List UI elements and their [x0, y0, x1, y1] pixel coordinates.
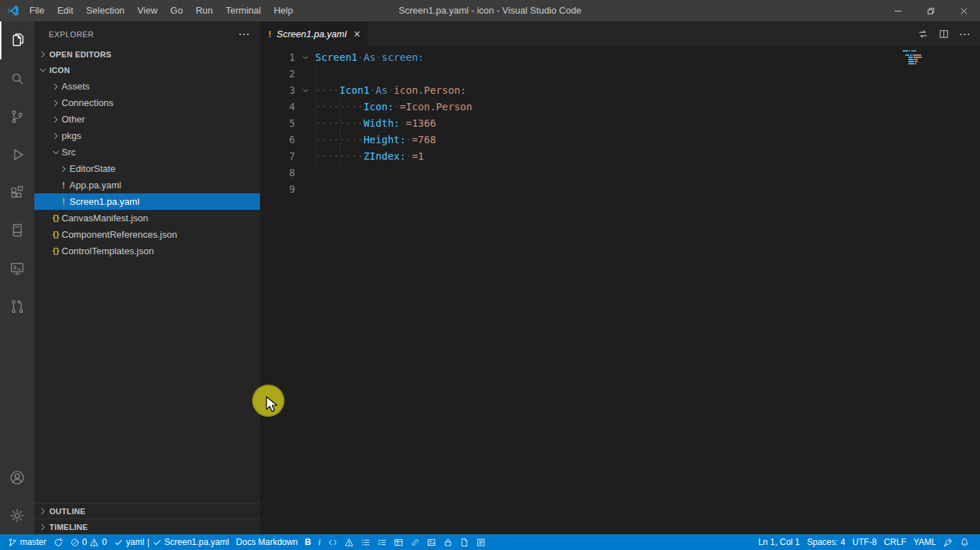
status-lint-status[interactable]: yaml|Screen1.pa.yaml	[110, 534, 233, 550]
status-feedback[interactable]	[940, 534, 956, 550]
restore-button[interactable]	[914, 0, 947, 21]
status-italic[interactable]: i	[314, 534, 324, 550]
fold-chevron-icon[interactable]	[295, 54, 315, 62]
menu-run[interactable]: Run	[189, 0, 219, 21]
status-cursor-position-text: Ln 1, Col 1	[758, 537, 799, 547]
activity-bar-bottom	[0, 458, 34, 534]
explorer-more-actions-icon[interactable]: ⋯	[239, 31, 250, 38]
explorer-icon	[9, 32, 26, 49]
outline-section[interactable]: OUTLINE	[34, 503, 260, 518]
code-line-9[interactable]: 9	[260, 181, 980, 198]
menu-selection[interactable]: Selection	[80, 0, 130, 21]
close-button[interactable]	[947, 0, 980, 21]
activity-source-control[interactable]	[0, 97, 34, 135]
tree-item-connections[interactable]: Connections	[34, 95, 260, 111]
activity-accounts[interactable]	[0, 458, 34, 496]
status-end-of-line[interactable]: CRLF	[880, 534, 910, 550]
tree-item-controltemplates-json[interactable]: {}ControlTemplates.json	[34, 243, 260, 259]
status-bulleted-list[interactable]	[357, 534, 374, 550]
tree-item-assets[interactable]: Assets	[34, 78, 260, 95]
menu-edit[interactable]: Edit	[51, 0, 80, 21]
status-git-branch[interactable]: master	[4, 534, 50, 550]
tree-item-app-pa-yaml[interactable]: !App.pa.yaml	[34, 177, 260, 193]
activity-explorer[interactable]	[0, 21, 34, 59]
fold-chevron-icon[interactable]	[295, 87, 315, 95]
minimize-button[interactable]	[881, 0, 914, 21]
menu-view[interactable]: View	[131, 0, 164, 21]
root-folder-label: ICON	[49, 66, 70, 74]
tree-item-screen1-pa-yaml[interactable]: !Screen1.pa.yaml	[34, 193, 260, 210]
menu-go[interactable]: Go	[164, 0, 189, 21]
tab-screen1-pa-yaml[interactable]: ! Screen1.pa.yaml ×	[260, 21, 368, 47]
status-cursor-position[interactable]: Ln 1, Col 1	[754, 534, 803, 550]
activity-github-pull-requests[interactable]	[0, 287, 34, 325]
status-notifications[interactable]	[956, 534, 973, 550]
split-editor-icon[interactable]	[934, 24, 953, 44]
sidebar-bottom-sections: OUTLINE TIMELINE	[34, 503, 260, 534]
status-table[interactable]	[390, 534, 407, 550]
activity-manage[interactable]	[0, 496, 34, 534]
tree-item-src[interactable]: Src	[34, 144, 260, 160]
status-alert[interactable]	[341, 534, 357, 550]
status-indentation[interactable]: Spaces: 4	[803, 534, 848, 550]
warn-file-icon: !	[57, 196, 69, 208]
status-non-localizable[interactable]	[440, 534, 456, 550]
activity-remote-explorer[interactable]	[0, 249, 34, 287]
code-line-5[interactable]: 5········Width:·=1366	[260, 115, 980, 132]
status-image[interactable]	[423, 534, 440, 550]
root-folder-section[interactable]: ICON	[34, 62, 260, 78]
minimap[interactable]	[903, 50, 927, 69]
editor-more-actions-icon[interactable]: ⋯	[955, 24, 974, 44]
menu-file[interactable]: File	[23, 0, 51, 21]
status-code-icon	[328, 538, 337, 547]
sidebar-title: EXPLORER	[49, 30, 94, 39]
status-docs-markdown[interactable]: Docs Markdown	[233, 534, 302, 550]
status-template[interactable]	[473, 534, 489, 550]
code-line-6[interactable]: 6········Height:·=768	[260, 132, 980, 148]
status-sync[interactable]	[50, 534, 67, 550]
vscode-window: FileEditSelectionViewGoRunTerminalHelp S…	[0, 0, 980, 550]
tree-item-label: CanvasManifest.json	[62, 213, 148, 223]
tree-item-editorstate[interactable]: EditorState	[34, 160, 260, 177]
tree-item-other[interactable]: Other	[34, 111, 260, 127]
code-line-3[interactable]: 3····Icon1·As·icon.Person:	[260, 82, 980, 99]
code-line-4[interactable]: 4········Icon:·=Icon.Person	[260, 99, 980, 115]
code-line-2[interactable]: 2	[260, 66, 980, 82]
status-docs-preview[interactable]	[456, 534, 473, 550]
status-bold-text: B	[305, 537, 312, 547]
sidebar-header: EXPLORER ⋯	[34, 21, 260, 47]
status-bold[interactable]: B	[302, 534, 315, 550]
activity-run-and-debug[interactable]	[0, 135, 34, 173]
chevron-right-icon	[51, 131, 61, 141]
activity-docs[interactable]	[0, 211, 34, 249]
chevron-right-icon	[51, 115, 61, 125]
code-line-1[interactable]: 1Screen1·As·screen:	[260, 49, 980, 66]
code-line-7[interactable]: 7········ZIndex:·=1	[260, 148, 980, 165]
tree-item-componentreferences-json[interactable]: {}ComponentReferences.json	[34, 226, 260, 243]
close-tab-icon[interactable]: ×	[354, 29, 360, 40]
tree-item-canvasmanifest-json[interactable]: {}CanvasManifest.json	[34, 210, 260, 226]
activity-search[interactable]	[0, 59, 34, 97]
tree-item-label: Screen1.pa.yaml	[69, 196, 140, 207]
code-line-8[interactable]: 8	[260, 165, 980, 181]
menu-terminal[interactable]: Terminal	[219, 0, 267, 21]
activity-extensions[interactable]	[0, 173, 34, 211]
status-problems[interactable]: 00	[67, 534, 110, 550]
tree-item-pkgs[interactable]: pkgs	[34, 127, 260, 144]
status-indentation-text: Spaces: 4	[807, 537, 845, 547]
tab-bar: ! Screen1.pa.yaml × ⋯	[260, 21, 980, 47]
line-number: 7	[260, 148, 295, 165]
code-editor[interactable]: 1Screen1·As·screen:23····Icon1·As·icon.P…	[260, 47, 980, 534]
timeline-section[interactable]: TIMELINE	[34, 518, 260, 534]
open-changes-icon[interactable]	[913, 24, 933, 44]
status-link[interactable]	[407, 534, 423, 550]
open-editors-section[interactable]: OPEN EDITORS	[34, 47, 260, 62]
outline-label: OUTLINE	[49, 507, 85, 516]
status-code-snippet[interactable]	[325, 534, 341, 550]
status-encoding[interactable]: UTF-8	[849, 534, 880, 550]
status-language-mode[interactable]: YAML	[910, 534, 940, 550]
code-text: ········ZIndex:·=1	[315, 148, 424, 165]
menu-help[interactable]: Help	[267, 0, 299, 21]
status-numbered-list[interactable]	[374, 534, 390, 550]
line-number: 6	[260, 132, 295, 148]
